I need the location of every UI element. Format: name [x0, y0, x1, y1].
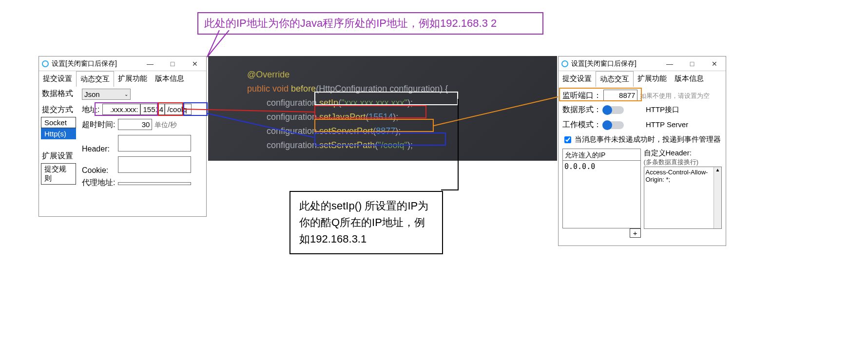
- listbox-allow-ip[interactable]: 0.0.0.0: [562, 160, 641, 228]
- chk-fallback-event[interactable]: [564, 136, 571, 143]
- input-path[interactable]: /coolq: [165, 104, 192, 115]
- callout-ip-note: 此处的IP地址为你的Java程序所处的IP地址，例如192.168.3 2: [197, 12, 543, 35]
- kw-public: public: [247, 84, 270, 94]
- obj-4: configuration: [267, 140, 317, 150]
- panel-allow-ip-title: 允许连入的IP: [562, 149, 641, 160]
- input-ip[interactable]: .xxx.xxx:: [102, 104, 140, 115]
- chevron-down-icon: ⌄: [124, 92, 128, 97]
- minimize-button[interactable]: —: [139, 56, 161, 71]
- lbl-work-mode: 工作模式：: [562, 120, 601, 129]
- input-proxy[interactable]: [118, 182, 191, 185]
- tab-extensions[interactable]: 扩展功能: [114, 71, 151, 87]
- minimize-button[interactable]: —: [658, 56, 681, 71]
- left-tabs: 提交设置 动态交互 扩展功能 版本信息: [39, 71, 206, 87]
- lbl-data-format: 数据格式: [39, 87, 79, 101]
- obj-3: configuration: [267, 126, 317, 136]
- right-titlebar: 设置[关闭窗口后保存] — □ ✕: [559, 56, 726, 71]
- listbox-headers[interactable]: Access-Control-Allow-Origin: *; ▲: [644, 167, 722, 229]
- right-settings-window: 设置[关闭窗口后保存] — □ ✕ 提交设置 动态交互 扩展功能 版本信息 监听…: [558, 56, 726, 246]
- lbl-timeout-unit: 单位/秒: [154, 121, 177, 129]
- input-port[interactable]: 15514: [140, 104, 165, 115]
- maximize-button[interactable]: □: [161, 56, 184, 71]
- input-cookie[interactable]: [118, 156, 191, 173]
- select-value: Json: [84, 90, 100, 98]
- maximize-button[interactable]: □: [681, 56, 703, 71]
- left-titlebar: 设置[关闭窗口后保存] — □ ✕: [39, 56, 206, 71]
- mode-socket[interactable]: Socket: [41, 117, 76, 128]
- mode-https[interactable]: Http(s): [41, 128, 76, 139]
- obj-1: configuration: [267, 98, 317, 108]
- right-tabs: 提交设置 动态交互 扩展功能 版本信息: [559, 71, 726, 87]
- code-editor-pane: @Override public void before(HttpConfigu…: [208, 56, 557, 161]
- lbl-proxy: 代理地址:: [82, 178, 116, 188]
- lbl-timeout: 超时时间:: [82, 120, 116, 130]
- fn-setserverpath: setServerPath: [319, 140, 375, 150]
- btn-submit-rule[interactable]: 提交规则: [41, 163, 76, 185]
- app-logo-icon: [561, 60, 568, 67]
- param-conf: configuration: [389, 84, 440, 94]
- right-window-title: 设置[关闭窗口后保存]: [571, 59, 658, 68]
- tab-submit-settings[interactable]: 提交设置: [39, 71, 76, 87]
- panel-header-title: 自定义Header:: [644, 149, 722, 158]
- app-logo-icon: [42, 60, 49, 67]
- lbl-data-form: 数据形式：: [562, 105, 601, 113]
- lbl-submit-method: 提交方式: [39, 103, 79, 117]
- panel-header-sub: (多条数据直接换行): [644, 158, 722, 167]
- switch-data-form[interactable]: [603, 106, 624, 114]
- btn-add-ip[interactable]: +: [630, 228, 641, 238]
- scrollbar[interactable]: ▲: [714, 167, 721, 228]
- fn-before: before: [291, 84, 316, 94]
- tab-dynamic-interact[interactable]: 动态交互: [596, 71, 634, 87]
- tab-submit-settings[interactable]: 提交设置: [559, 71, 596, 87]
- switch-work-mode[interactable]: [603, 121, 624, 129]
- listbox-headers-val: Access-Control-Allow-Origin: *;: [646, 169, 708, 183]
- tab-dynamic-interact[interactable]: 动态交互: [76, 71, 114, 87]
- fn-setip: setIp: [319, 98, 338, 108]
- tab-version[interactable]: 版本信息: [671, 71, 708, 87]
- cls-httpconf: HttpConfiguration: [319, 84, 387, 94]
- select-data-format[interactable]: Json ⌄: [82, 89, 131, 100]
- val-data-form: HTTP接口: [646, 105, 679, 113]
- lbl-header: Header:: [82, 145, 116, 153]
- close-button[interactable]: ✕: [703, 56, 726, 71]
- note-setip: 此处的setIp() 所设置的IP为你的酷Q所在的IP地址，例如192.168.…: [289, 191, 443, 254]
- lbl-listen-port: 监听端口：: [562, 91, 601, 99]
- scroll-up-icon[interactable]: ▲: [714, 167, 721, 172]
- lbl-ext-settings: 扩展设置: [39, 149, 79, 163]
- arg-serverport: 8877: [376, 126, 395, 136]
- fn-setserverport: setServerPort: [319, 126, 373, 136]
- obj-2: configuration: [267, 112, 317, 122]
- arg-ip: "xxx.xxx.xxx.xxx": [341, 98, 407, 108]
- val-work-mode: HTTP Server: [646, 120, 688, 129]
- lbl-cookie: Cookie:: [82, 166, 116, 175]
- lbl-chk-fallback: 当消息事件未投递成功时，投递到事件管理器: [575, 135, 721, 143]
- left-settings-window: 设置[关闭窗口后保存] — □ ✕ 提交设置 动态交互 扩展功能 版本信息 数据…: [39, 56, 207, 217]
- fn-setjavaport: setJavaPort: [319, 112, 366, 122]
- input-timeout[interactable]: 30: [118, 119, 152, 130]
- arg-javaport: 15514: [368, 112, 393, 122]
- hint-listen-port: 如果不使用，请设置为空: [640, 92, 710, 99]
- input-header[interactable]: [118, 135, 191, 151]
- left-window-title: 设置[关闭窗口后保存]: [52, 59, 139, 68]
- lbl-address: 地址:: [82, 105, 100, 115]
- arg-serverpath: "/coolq": [378, 140, 407, 150]
- input-listen-port[interactable]: 8877: [603, 90, 637, 101]
- tab-extensions[interactable]: 扩展功能: [634, 71, 671, 87]
- tab-version[interactable]: 版本信息: [151, 71, 188, 87]
- code-override-ann: @Override: [247, 70, 289, 79]
- close-button[interactable]: ✕: [184, 56, 206, 71]
- kw-void: void: [272, 84, 289, 94]
